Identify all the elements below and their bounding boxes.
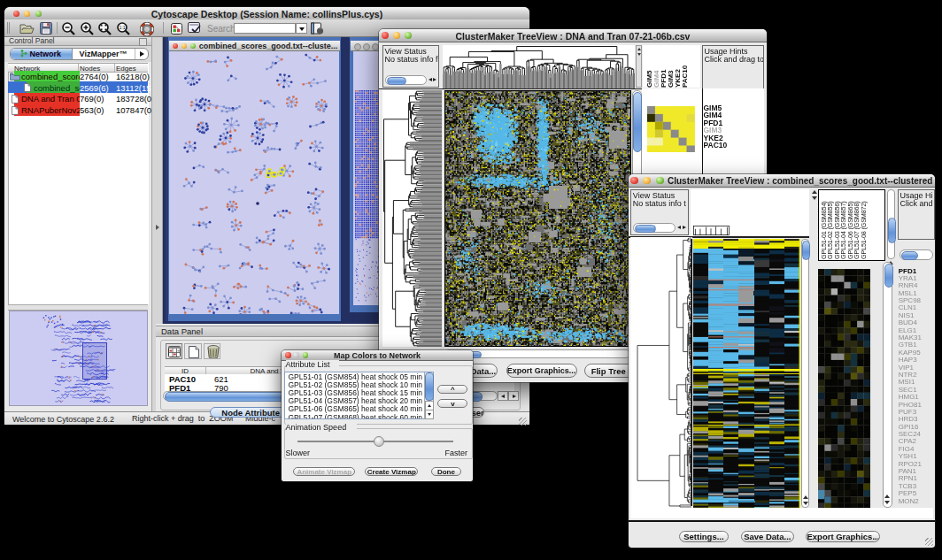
svg-text:1:1: 1:1 <box>120 25 126 30</box>
